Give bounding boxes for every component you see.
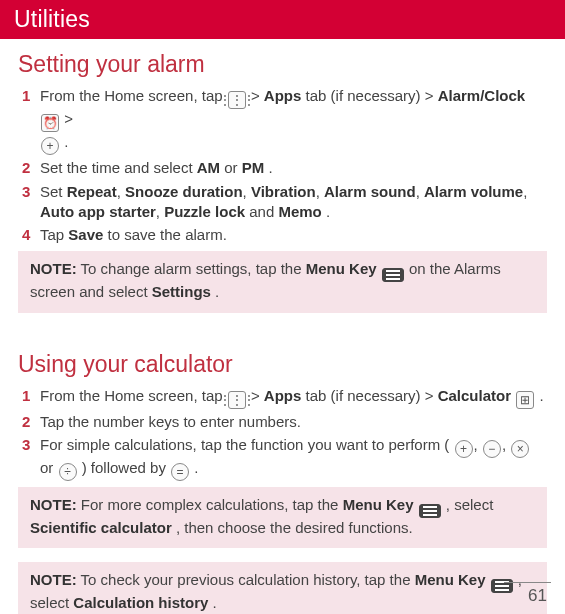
page-header: Utilities <box>0 0 565 39</box>
divide-icon: ÷ <box>59 463 77 481</box>
step-number: 1 <box>22 386 40 406</box>
step-body: From the Home screen, tap ⋮⋮⋮ > Apps tab… <box>40 86 547 155</box>
calc-note-history: NOTE: To check your previous calculation… <box>18 562 547 614</box>
alarm-step-2: 2 Set the time and select AM or PM . <box>22 158 547 178</box>
alarm-step-1: 1 From the Home screen, tap ⋮⋮⋮ > Apps t… <box>22 86 547 155</box>
step-body: Set Repeat, Snooze duration, Vibration, … <box>40 182 547 223</box>
calc-steps: 1 From the Home screen, tap ⋮⋮⋮ > Apps t… <box>18 386 547 482</box>
page-number: 61 <box>504 582 551 608</box>
step-number: 1 <box>22 86 40 106</box>
section-heading-calc: Using your calculator <box>18 349 547 380</box>
add-alarm-icon: + <box>41 137 59 155</box>
calc-step-1: 1 From the Home screen, tap ⋮⋮⋮ > Apps t… <box>22 386 547 409</box>
calc-step-3: 3 For simple calculations, tap the funct… <box>22 435 547 481</box>
step-body: From the Home screen, tap ⋮⋮⋮ > Apps tab… <box>40 386 547 409</box>
step-number: 2 <box>22 158 40 178</box>
step-number: 3 <box>22 182 40 202</box>
calc-note-scientific: NOTE: For more complex calculations, tap… <box>18 487 547 548</box>
menu-key-icon <box>419 504 441 518</box>
step-number: 4 <box>22 225 40 245</box>
step-number: 2 <box>22 412 40 432</box>
alarm-clock-icon: ⏰ <box>41 114 59 132</box>
plus-icon: + <box>455 440 473 458</box>
alarm-step-3: 3 Set Repeat, Snooze duration, Vibration… <box>22 182 547 223</box>
step-body: Tap Save to save the alarm. <box>40 225 547 245</box>
apps-grid-icon: ⋮⋮⋮ <box>228 391 246 409</box>
step-body: Tap the number keys to enter numbers. <box>40 412 547 432</box>
section-heading-alarm: Setting your alarm <box>18 49 547 80</box>
alarm-step-4: 4 Tap Save to save the alarm. <box>22 225 547 245</box>
page-content: Setting your alarm 1 From the Home scree… <box>0 39 565 614</box>
alarm-steps: 1 From the Home screen, tap ⋮⋮⋮ > Apps t… <box>18 86 547 245</box>
equals-icon: = <box>171 463 189 481</box>
calc-step-2: 2 Tap the number keys to enter numbers. <box>22 412 547 432</box>
minus-icon: − <box>483 440 501 458</box>
menu-key-icon <box>382 268 404 282</box>
alarm-note: NOTE: To change alarm settings, tap the … <box>18 251 547 312</box>
apps-grid-icon: ⋮⋮⋮ <box>228 91 246 109</box>
multiply-icon: × <box>511 440 529 458</box>
step-number: 3 <box>22 435 40 455</box>
calculator-icon: ⊞ <box>516 391 534 409</box>
step-body: Set the time and select AM or PM . <box>40 158 547 178</box>
header-title: Utilities <box>14 6 90 32</box>
step-body: For simple calculations, tap the functio… <box>40 435 547 481</box>
